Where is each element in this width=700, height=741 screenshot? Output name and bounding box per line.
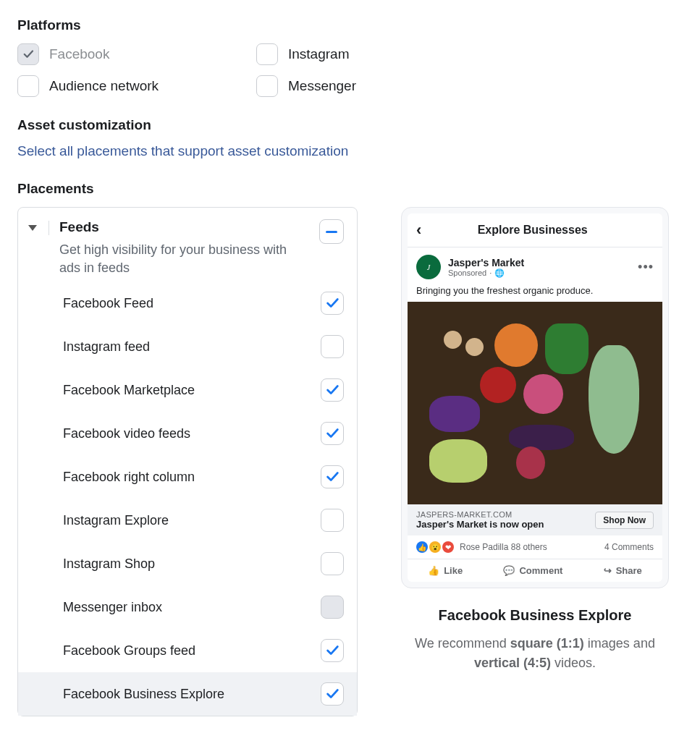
checkbox[interactable]: [321, 552, 344, 575]
checkbox[interactable]: [321, 378, 344, 402]
check-icon: [324, 686, 340, 702]
check-icon: [324, 469, 340, 485]
love-reaction-icon: ❤: [442, 541, 454, 553]
placement-label: Messenger inbox: [63, 600, 162, 615]
placement-label: Instagram feed: [63, 339, 150, 355]
preview-page-name: Jasper's Market: [448, 257, 631, 268]
placement-messenger-inbox[interactable]: Messenger inbox: [18, 585, 357, 629]
placement-facebook-right-column[interactable]: Facebook right column: [18, 455, 357, 499]
checkbox[interactable]: [321, 509, 344, 532]
like-reaction-icon: 👍: [416, 541, 428, 553]
platform-label: Audience network: [49, 78, 159, 94]
placement-facebook-feed[interactable]: Facebook Feed: [18, 281, 357, 325]
checkbox-facebook: [17, 43, 39, 65]
feeds-group-checkbox[interactable]: [319, 219, 344, 244]
preview-ad-image: [408, 302, 662, 504]
share-action: ↪Share: [604, 565, 642, 576]
preview-screen-title: Explore Businesses: [421, 224, 644, 237]
divider: [49, 221, 49, 235]
more-icon: •••: [638, 260, 654, 275]
preview-link-title: Jasper's Market is now open: [416, 519, 544, 530]
minus-icon: [326, 231, 337, 233]
preview-reactions-text: Rose Padilla 88 others: [460, 542, 547, 552]
platform-label: Messenger: [288, 78, 356, 94]
share-icon: ↪: [604, 565, 612, 576]
placement-facebook-groups-feed[interactable]: Facebook Groups feed: [18, 629, 357, 672]
wow-reaction-icon: 😮: [429, 541, 441, 553]
checkbox[interactable]: [321, 639, 344, 662]
placement-facebook-video-feeds[interactable]: Facebook video feeds: [18, 412, 357, 455]
preview-recommendation: We recommend square (1:1) images and ver…: [401, 634, 669, 673]
check-icon: [324, 382, 340, 398]
placement-instagram-feed[interactable]: Instagram feed: [18, 325, 357, 368]
placement-label: Instagram Shop: [63, 556, 155, 572]
checkbox-audience-network[interactable]: [17, 75, 39, 97]
platform-label: Instagram: [288, 46, 349, 62]
placement-instagram-explore[interactable]: Instagram Explore: [18, 499, 357, 542]
placement-label: Facebook Groups feed: [63, 643, 195, 659]
preview-actions-row: 👍Like 💬Comment ↪Share: [408, 559, 662, 582]
checkbox[interactable]: [321, 465, 344, 488]
platform-messenger[interactable]: Messenger: [256, 75, 495, 97]
preview-cta-button: Shop Now: [595, 512, 654, 529]
placement-instagram-shop[interactable]: Instagram Shop: [18, 542, 357, 585]
check-icon: [324, 295, 340, 311]
checkbox[interactable]: [321, 682, 344, 706]
platform-label: Facebook: [49, 46, 109, 62]
platforms-grid: Facebook Instagram Audience network Mess…: [17, 43, 683, 97]
asset-customization-heading: Asset customization: [17, 117, 683, 133]
feeds-group-title: Feeds: [59, 219, 319, 235]
checkbox-disabled: [321, 596, 344, 619]
placement-facebook-marketplace[interactable]: Facebook Marketplace: [18, 368, 357, 412]
checkbox-messenger[interactable]: [256, 75, 278, 97]
placement-label: Facebook Marketplace: [63, 383, 195, 398]
preview-caption: Bringing you the freshest organic produc…: [408, 282, 662, 302]
preview-link-domain: JASPERS-MARKET.COM: [416, 510, 544, 519]
like-action: 👍Like: [428, 565, 463, 576]
page-avatar: J: [416, 255, 441, 279]
back-icon: ‹: [416, 221, 421, 240]
placement-label: Instagram Explore: [63, 513, 169, 528]
check-icon: [22, 48, 35, 61]
preview-panel-title: Facebook Business Explore: [401, 607, 669, 624]
placement-label: Facebook right column: [63, 470, 195, 485]
platforms-heading: Platforms: [17, 17, 683, 33]
platform-facebook[interactable]: Facebook: [17, 43, 256, 65]
checkbox[interactable]: [321, 335, 344, 358]
placement-label: Facebook Business Explore: [63, 687, 224, 702]
preview-link-card: JASPERS-MARKET.COM Jasper's Market is no…: [408, 504, 662, 535]
phone-frame: ‹ Explore Businesses J Jasper's Market S…: [401, 207, 669, 588]
preview-sponsored-label: Sponsored · 🌐: [448, 268, 631, 278]
checkbox-instagram[interactable]: [256, 43, 278, 65]
platform-instagram[interactable]: Instagram: [256, 43, 495, 65]
preview-post-header: J Jasper's Market Sponsored · 🌐 •••: [408, 247, 662, 282]
placement-facebook-business-explore[interactable]: Facebook Business Explore: [18, 672, 357, 716]
globe-icon: 🌐: [494, 268, 505, 278]
placements-panel: Feeds Get high visibility for your busin…: [17, 207, 358, 716]
phone-screen: ‹ Explore Businesses J Jasper's Market S…: [408, 213, 662, 582]
caret-down-icon: [28, 225, 37, 231]
placement-label: Facebook video feeds: [63, 426, 190, 441]
comment-icon: 💬: [503, 565, 515, 576]
placements-heading: Placements: [17, 181, 683, 197]
comment-action: 💬Comment: [503, 565, 562, 576]
preview-column: ‹ Explore Businesses J Jasper's Market S…: [401, 207, 669, 673]
feeds-group-description: Get high visibility for your business wi…: [59, 241, 298, 277]
check-icon: [324, 425, 340, 441]
preview-reactions-row: 👍 😮 ❤ Rose Padilla 88 others 4 Comments: [408, 535, 662, 559]
check-icon: [324, 643, 340, 659]
thumb-icon: 👍: [428, 565, 439, 576]
preview-comments-count: 4 Comments: [604, 542, 654, 552]
checkbox[interactable]: [321, 292, 344, 315]
preview-screen-header: ‹ Explore Businesses: [408, 213, 662, 247]
placement-label: Facebook Feed: [63, 296, 153, 311]
checkbox[interactable]: [321, 422, 344, 445]
select-all-asset-link[interactable]: Select all placements that support asset…: [17, 143, 348, 158]
feeds-group-header[interactable]: Feeds Get high visibility for your busin…: [18, 208, 357, 281]
platform-audience-network[interactable]: Audience network: [17, 75, 256, 97]
